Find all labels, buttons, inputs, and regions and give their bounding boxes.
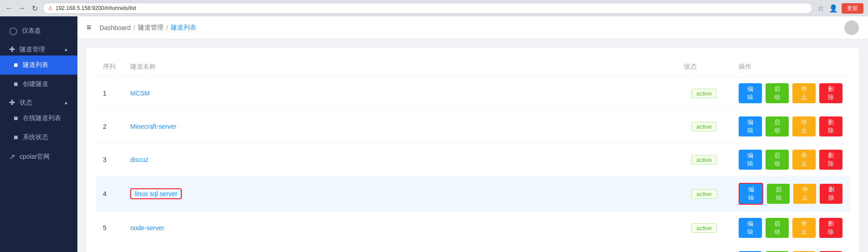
cell-actions: 编辑启动停止删除 <box>731 143 850 176</box>
col-header-name: 隧道名称 <box>123 57 677 77</box>
cell-actions: 编辑启动停止删除 <box>731 77 850 110</box>
edit-button[interactable]: 编辑 <box>739 116 762 136</box>
sidebar-label-sys-status: 系统状态 <box>23 133 48 141</box>
profile-button[interactable]: 👤 <box>829 4 838 13</box>
cell-status: active <box>677 245 731 252</box>
update-button[interactable]: 更新 <box>842 3 863 14</box>
avatar <box>844 20 859 35</box>
tunnel-name-link[interactable]: linux sql server <box>135 190 177 197</box>
address-bar[interactable]: ⚠ 192.168.5.158:9200/#/tunnels/list <box>43 3 812 14</box>
tunnel-mgmt-icon: ✚ <box>9 45 15 54</box>
edit-button[interactable]: 编辑 <box>739 150 762 170</box>
status-badge: active <box>691 155 717 165</box>
browser-chrome: ← → ↻ ⚠ 192.168.5.158:9200/#/tunnels/lis… <box>0 0 868 16</box>
create-tunnel-icon: ■ <box>14 80 18 88</box>
table-row: 5node-serveractive编辑启动停止删除 <box>96 212 850 245</box>
sidebar-label-tunnel-mgmt: 隧道管理 <box>20 45 45 54</box>
table-row: 2Minecraft-serveractive编辑启动停止删除 <box>96 110 850 143</box>
sidebar-label-dashboard: 仪表盘 <box>22 27 41 35</box>
start-button[interactable]: 启动 <box>767 184 790 204</box>
delete-button[interactable]: 删除 <box>819 150 842 170</box>
tunnel-name-link[interactable]: node-server <box>130 224 164 232</box>
action-buttons: 编辑启动停止删除 <box>739 116 842 136</box>
table-row: 1MCSMactive编辑启动停止删除 <box>96 77 850 110</box>
cell-status: active <box>677 77 731 110</box>
star-button[interactable]: ☆ <box>816 4 825 13</box>
status-badge: active <box>691 122 717 131</box>
tunnel-name-link[interactable]: MCSM <box>130 90 150 97</box>
breadcrumb-dashboard[interactable]: Dashboard <box>100 24 131 31</box>
action-buttons: 编辑启动停止删除 <box>739 183 842 205</box>
delete-button[interactable]: 删除 <box>819 116 842 136</box>
lock-icon: ⚠ <box>48 5 53 11</box>
sidebar-item-online-list[interactable]: ■ 在线隧道列表 <box>0 109 77 128</box>
table-row: 4linux sql serveractive编辑启动停止删除 <box>96 176 850 212</box>
sidebar-item-tunnel-list[interactable]: ■ 隧道列表 <box>0 55 77 75</box>
cell-status: active <box>677 212 731 245</box>
cell-actions: 编辑启动停止删除 <box>731 110 850 143</box>
edit-button[interactable]: 编辑 <box>739 218 762 238</box>
reload-button[interactable]: ↻ <box>30 4 39 13</box>
sidebar-label-online-list: 在线隧道列表 <box>23 114 61 122</box>
cell-name: ssh连接 <box>123 245 677 252</box>
tunnel-name-link[interactable]: Minecraft-server <box>130 123 176 130</box>
sidebar-label-create-tunnel: 创建隧道 <box>23 80 48 88</box>
sidebar-item-cpolar[interactable]: ↗ cpolar官网 <box>0 147 77 166</box>
start-button[interactable]: 启动 <box>766 116 789 136</box>
stop-button[interactable]: 停止 <box>792 150 816 170</box>
action-buttons: 编辑启动停止删除 <box>739 83 842 103</box>
sidebar-item-sys-status[interactable]: ■ 系统状态 <box>0 128 77 147</box>
stop-button[interactable]: 停止 <box>793 184 816 204</box>
start-button[interactable]: 启动 <box>766 83 789 103</box>
start-button[interactable]: 启动 <box>766 150 789 170</box>
status-badge: active <box>691 189 717 199</box>
cell-name: discuz <box>123 143 677 176</box>
delete-button[interactable]: 删除 <box>819 218 842 238</box>
status-icon: ✚ <box>9 98 15 107</box>
cell-actions: 编辑启动停止删除 <box>731 245 850 252</box>
cell-seq: 2 <box>96 110 123 143</box>
page-content: 序列 隧道名称 状态 操作 1MCSMactive编辑启动停止删除2Minecr… <box>77 39 868 252</box>
cell-name: linux sql server <box>123 176 677 212</box>
breadcrumb: Dashboard / 隧道管理 / 隧道列表 <box>100 24 196 32</box>
delete-button[interactable]: 删除 <box>819 83 842 103</box>
menu-icon[interactable]: ≡ <box>87 23 92 32</box>
sidebar-item-dashboard[interactable]: ◯ 仪表盘 <box>0 21 77 40</box>
delete-button[interactable]: 删除 <box>820 184 842 204</box>
cell-name: Minecraft-server <box>123 110 677 143</box>
url-text: 192.168.5.158:9200/#/tunnels/list <box>56 5 136 11</box>
edit-button[interactable]: 编辑 <box>739 83 762 103</box>
stop-button[interactable]: 停止 <box>792 218 816 238</box>
status-chevron-icon: ▲ <box>64 100 68 105</box>
col-header-actions: 操作 <box>731 57 850 77</box>
stop-button[interactable]: 停止 <box>792 83 816 103</box>
sidebar: ◯ 仪表盘 ✚ 隧道管理 ▲ ■ 隧道列表 ■ 创建隧道 ✚ 状态 ▲ ■ <box>0 16 77 252</box>
sidebar-section-tunnel[interactable]: ✚ 隧道管理 ▲ <box>0 40 77 55</box>
back-button[interactable]: ← <box>5 4 14 13</box>
cell-seq: 1 <box>96 77 123 110</box>
main-content: ≡ Dashboard / 隧道管理 / 隧道列表 序列 隧道名称 状态 <box>77 16 868 252</box>
breadcrumb-tunnel-mgmt[interactable]: 隧道管理 <box>138 24 163 32</box>
table-card: 序列 隧道名称 状态 操作 1MCSMactive编辑启动停止删除2Minecr… <box>87 48 859 252</box>
start-button[interactable]: 启动 <box>766 218 789 238</box>
cell-seq: 4 <box>96 176 123 212</box>
edit-button[interactable]: 编辑 <box>739 183 763 205</box>
sidebar-section-status[interactable]: ✚ 状态 ▲ <box>0 94 77 109</box>
stop-button[interactable]: 停止 <box>792 116 816 136</box>
tunnel-name-link[interactable]: discuz <box>130 156 148 163</box>
sidebar-item-create-tunnel[interactable]: ■ 创建隧道 <box>0 75 77 94</box>
cell-seq: 3 <box>96 143 123 176</box>
topbar: ≡ Dashboard / 隧道管理 / 隧道列表 <box>77 16 868 39</box>
forward-button[interactable]: → <box>17 4 26 13</box>
sidebar-label-status: 状态 <box>20 99 32 107</box>
breadcrumb-sep-1: / <box>133 24 135 31</box>
sys-status-icon: ■ <box>14 133 18 141</box>
cpolar-icon: ↗ <box>9 152 15 161</box>
cell-status: active <box>677 143 731 176</box>
breadcrumb-sep-2: / <box>166 24 168 31</box>
tunnels-table: 序列 隧道名称 状态 操作 1MCSMactive编辑启动停止删除2Minecr… <box>96 57 850 252</box>
cell-actions: 编辑启动停止删除 <box>731 212 850 245</box>
table-row: 6ssh连接active编辑启动停止删除 <box>96 245 850 252</box>
cell-actions: 编辑启动停止删除 <box>731 176 850 212</box>
status-badge: active <box>691 89 717 98</box>
